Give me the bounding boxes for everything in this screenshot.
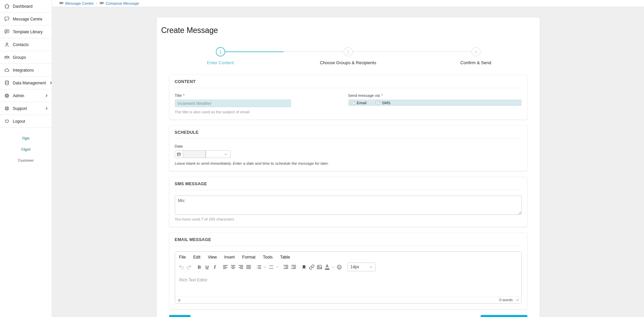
chevron-down-icon <box>332 266 335 269</box>
breadcrumb-message-centre[interactable]: Message Centre <box>59 1 93 5</box>
align-right-button[interactable] <box>237 263 245 271</box>
power-icon <box>4 118 10 124</box>
rich-text-editor: File Edit View Insert Format Tools Table <box>175 251 522 304</box>
schedule-section: SCHEDULE Date <box>169 125 527 171</box>
required-asterisk: * <box>183 93 185 97</box>
element-path: p <box>178 298 180 302</box>
checkbox-checked-icon: ✓ <box>376 101 380 105</box>
menu-edit[interactable]: Edit <box>193 255 201 260</box>
email-channel-checkbox[interactable]: ✓ Email <box>351 101 367 105</box>
support-icon <box>4 106 10 111</box>
step-number: 1 <box>216 47 225 56</box>
chevron-down-icon <box>264 266 267 269</box>
resize-grip-icon[interactable] <box>516 298 519 302</box>
bullet-list-dropdown[interactable] <box>263 263 267 271</box>
sidebar-item-label: Groups <box>13 55 48 60</box>
sidebar-item-support[interactable]: Support <box>0 102 52 115</box>
cloud-icon <box>4 67 10 73</box>
calendar-icon <box>176 152 181 157</box>
sidebar-item-data-management[interactable]: Data Management <box>0 77 52 89</box>
character-count: You have used 7 of 160 characters <box>175 217 522 221</box>
channel-label: SMS <box>382 101 390 105</box>
chevron-down-icon <box>369 265 373 269</box>
menu-insert[interactable]: Insert <box>224 255 235 260</box>
section-heading: CONTENT <box>175 79 522 88</box>
back-button[interactable]: ← Back <box>169 315 191 317</box>
logo-level-customer: Customer <box>18 159 34 162</box>
align-center-button[interactable] <box>229 263 237 271</box>
sidebar-item-label: Contacts <box>13 42 48 47</box>
align-right-icon <box>238 264 244 270</box>
sidebar-item-template-library[interactable]: Template Library <box>0 26 52 38</box>
chevron-right-icon <box>45 94 48 97</box>
justify-button[interactable] <box>245 263 252 271</box>
sidebar-item-label: Message Centre <box>13 17 48 22</box>
numbered-list-button[interactable]: 12 <box>267 263 275 271</box>
step-confirm-send[interactable]: 3 Confirm & Send <box>412 47 540 65</box>
italic-button[interactable]: I <box>211 263 219 271</box>
menu-view[interactable]: View <box>208 255 217 260</box>
sidebar-item-admin[interactable]: Admin <box>0 89 52 102</box>
link-icon <box>309 264 315 270</box>
section-heading: EMAIL MESSAGE <box>175 237 522 246</box>
redo-button[interactable] <box>185 263 193 271</box>
breadcrumb: Message Centre › Compose Message <box>52 0 644 7</box>
menu-tools[interactable]: Tools <box>263 255 273 260</box>
calendar-button[interactable] <box>175 150 183 158</box>
date-field-label: Date <box>175 144 522 148</box>
gear-icon <box>4 93 10 98</box>
emoji-icon <box>336 264 342 270</box>
align-center-icon <box>230 264 236 270</box>
numbered-list-dropdown[interactable] <box>275 263 279 271</box>
indent-button[interactable] <box>290 263 297 271</box>
undo-icon <box>178 264 184 270</box>
text-color-button[interactable]: A <box>323 263 331 271</box>
sidebar-item-dashboard[interactable]: Dashboard <box>0 0 52 13</box>
date-input[interactable] <box>183 150 206 158</box>
sidebar-item-message-centre[interactable]: Message Centre <box>0 13 52 26</box>
breadcrumb-compose-message[interactable]: Compose Message <box>99 1 139 5</box>
step-number: 2 <box>344 47 353 56</box>
bullet-list-button[interactable] <box>255 263 263 271</box>
page-title: Create Message <box>157 17 540 35</box>
menu-file[interactable]: File <box>179 255 186 260</box>
sidebar-item-label: Dashboard <box>13 4 48 9</box>
undo-button[interactable] <box>177 263 185 271</box>
sidebar-item-contacts[interactable]: Contacts <box>0 38 52 51</box>
align-left-icon <box>223 264 228 270</box>
link-button[interactable] <box>308 263 316 271</box>
title-input[interactable] <box>175 100 291 107</box>
insert-image-button[interactable] <box>316 263 323 271</box>
sidebar-item-integrations[interactable]: Integrations <box>0 64 52 77</box>
time-select[interactable] <box>206 150 231 158</box>
template-icon <box>4 29 10 35</box>
menu-table[interactable]: Table <box>280 255 290 260</box>
menu-format[interactable]: Format <box>242 255 255 260</box>
choose-recipients-button[interactable]: Choose Recipients → <box>481 315 527 317</box>
editor-content-area[interactable]: Rich Text Editor <box>175 274 521 296</box>
anchor-button[interactable] <box>300 263 308 271</box>
image-icon <box>317 264 322 270</box>
outdent-button[interactable] <box>282 263 290 271</box>
step-enter-content[interactable]: 1 Enter Content <box>157 47 284 65</box>
bold-button[interactable]: B <box>196 263 203 271</box>
step-choose-groups-recipients[interactable]: 2 Choose Groups & Recipients <box>284 47 412 65</box>
database-icon <box>4 80 10 86</box>
groups-icon <box>4 54 10 60</box>
sidebar-item-groups[interactable]: Groups <box>0 51 52 64</box>
chat-bubble-icon <box>99 2 104 5</box>
numbered-list-icon: 12 <box>268 264 274 270</box>
outdent-icon <box>283 264 289 270</box>
sms-message-textarea[interactable]: Mis: <box>175 196 522 215</box>
emoji-button[interactable] <box>335 263 343 271</box>
font-size-select[interactable]: 14px <box>348 263 376 271</box>
align-left-button[interactable] <box>222 263 229 271</box>
breadcrumb-label: Message Centre <box>65 1 93 5</box>
sms-channel-checkbox[interactable]: ✓ SMS <box>376 101 390 105</box>
underline-button[interactable]: U <box>203 263 211 271</box>
checkbox-checked-icon: ✓ <box>351 101 355 105</box>
text-color-dropdown[interactable] <box>331 263 335 271</box>
sidebar-item-label: Support <box>13 106 42 111</box>
step-number: 3 <box>471 47 481 56</box>
sidebar-item-logout[interactable]: Logout <box>0 115 52 128</box>
